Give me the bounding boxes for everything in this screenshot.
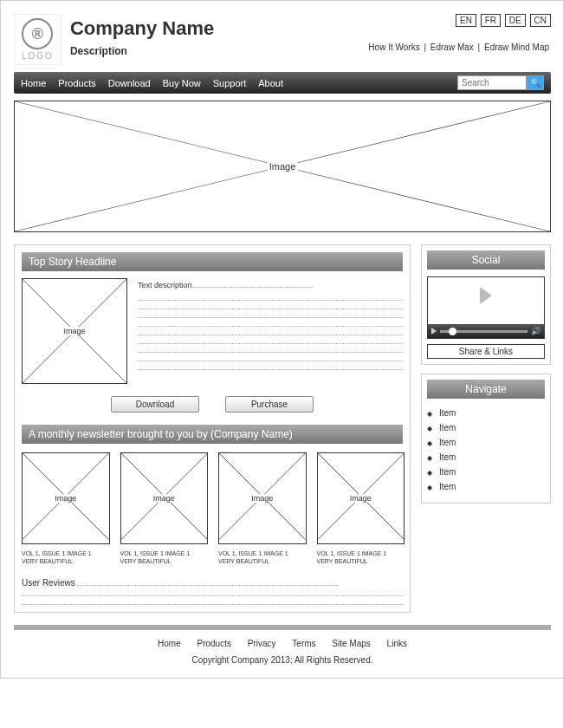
sublinks: How It Works | Edraw Max | Edraw Mind Ma… [366, 42, 551, 52]
page: ® LOGO Company Name Description EN FR DE… [0, 0, 563, 679]
sublink-how[interactable]: How It Works [368, 42, 419, 52]
social-box: Social 🔊 Share & Links [421, 244, 551, 365]
video-play-icon[interactable] [431, 328, 437, 335]
nav-products[interactable]: Products [58, 78, 95, 88]
navigate-title: Navigate [427, 380, 545, 399]
newsletter-row: Image VOL 1, ISSUE 1 IMAGE 1 VERY BEAUTI… [22, 452, 403, 565]
lang-de[interactable]: DE [505, 14, 526, 27]
main-column: Top Story Headline Image Text descriptio… [14, 244, 411, 613]
logo: ® LOGO [14, 14, 61, 65]
logo-label: LOGO [22, 51, 54, 61]
footer-products[interactable]: Products [197, 639, 231, 648]
social-title: Social [427, 250, 545, 270]
header-text: Company Name Description [70, 14, 358, 62]
navigate-item[interactable]: Item [427, 420, 545, 435]
navigate-item[interactable]: Item [427, 406, 545, 420]
story-thumb-label: Image [63, 327, 85, 335]
newsletter-caption: VOL 1, ISSUE 1 IMAGE 1 VERY BEAUTIFUL [218, 549, 305, 565]
newsletter-caption: VOL 1, ISSUE 1 IMAGE 1 VERY BEAUTIFUL [120, 549, 207, 565]
sublink-mindmap[interactable]: Edraw Mind Map [484, 42, 549, 52]
navigate-item[interactable]: Item [427, 450, 545, 465]
newsletter-item: Image VOL 1, ISSUE 1 IMAGE 1 VERY BEAUTI… [218, 452, 305, 565]
newsletter-thumb: Image [22, 452, 110, 544]
nav-support[interactable]: Support [213, 78, 247, 88]
volume-icon[interactable]: 🔊 [531, 327, 540, 335]
footer-home[interactable]: Home [158, 639, 181, 648]
side-column: Social 🔊 Share & Links Navigate Item Ite… [421, 244, 551, 613]
nav-download[interactable]: Download [108, 78, 151, 88]
top-story-bar: Top Story Headline [22, 252, 403, 271]
footer-links-link[interactable]: Links [387, 639, 407, 648]
footer-terms[interactable]: Terms [292, 639, 315, 648]
newsletter-caption: VOL 1, ISSUE 1 IMAGE 1 VERY BEAUTIFUL [317, 549, 404, 565]
story-text: Text description [138, 278, 403, 384]
newsletter-item: Image VOL 1, ISSUE 1 IMAGE 1 VERY BEAUTI… [120, 452, 207, 565]
play-icon[interactable] [480, 287, 492, 304]
navigate-item[interactable]: Item [427, 465, 545, 479]
newsletter-item: Image VOL 1, ISSUE 1 IMAGE 1 VERY BEAUTI… [22, 452, 108, 565]
search-box: 🔍 [457, 75, 544, 90]
story-row: Image Text description [22, 278, 403, 384]
newsletter-thumb: Image [218, 452, 307, 544]
lang-fr[interactable]: FR [481, 14, 501, 27]
lang-cn[interactable]: CN [530, 14, 551, 27]
nav-buy[interactable]: Buy Now [163, 78, 201, 88]
sublink-edraw-max[interactable]: Edraw Max [430, 42, 474, 52]
video-player[interactable]: 🔊 [427, 276, 545, 339]
story-thumb: Image [22, 278, 127, 384]
text-label: Text description [138, 281, 192, 289]
nav-about[interactable]: About [258, 78, 283, 88]
search-icon: 🔍 [530, 78, 540, 88]
video-controls: 🔊 [428, 324, 544, 338]
footer-sitemaps[interactable]: Site Maps [332, 639, 370, 648]
share-button[interactable]: Share & Links [427, 344, 545, 359]
columns: Top Story Headline Image Text descriptio… [14, 244, 551, 613]
download-button[interactable]: Download [111, 396, 199, 413]
header-right: EN FR DE CN How It Works | Edraw Max | E… [366, 14, 551, 52]
hero-label: Image [268, 161, 298, 172]
reviews-label: User Reviews [22, 578, 75, 588]
hero-image: Image [14, 101, 551, 232]
video-track[interactable] [440, 330, 527, 333]
navigate-item[interactable]: Item [427, 435, 545, 450]
video-knob[interactable] [449, 328, 456, 335]
search-button[interactable]: 🔍 [527, 75, 544, 90]
navigate-list: Item Item Item Item Item Item [427, 406, 545, 494]
footer-links: Home Products Privacy Terms Site Maps Li… [14, 639, 551, 648]
logo-icon: ® [22, 18, 53, 49]
company-name: Company Name [70, 17, 358, 40]
search-input[interactable] [457, 75, 527, 90]
footer-privacy[interactable]: Privacy [248, 639, 276, 648]
newsletter-thumb: Image [120, 452, 209, 544]
user-reviews: User Reviews [22, 577, 403, 605]
navbar: Home Products Download Buy Now Support A… [14, 72, 551, 94]
header: ® LOGO Company Name Description EN FR DE… [14, 14, 551, 65]
newsletter-item: Image VOL 1, ISSUE 1 IMAGE 1 VERY BEAUTI… [317, 452, 404, 565]
lang-en[interactable]: EN [456, 14, 476, 27]
footer-divider [14, 625, 551, 630]
copyright: Copyright Company 2013; All Rights Reser… [14, 655, 551, 665]
story-buttons: Download Purchase [22, 396, 403, 413]
lang-switcher: EN FR DE CN [366, 14, 551, 27]
description: Description [70, 45, 358, 57]
nav-home[interactable]: Home [21, 78, 46, 88]
navigate-box: Navigate Item Item Item Item Item Item [421, 374, 551, 504]
purchase-button[interactable]: Purchase [225, 396, 314, 413]
newsletter-bar: A monthly newsletter brought to you by (… [22, 425, 403, 444]
newsletter-caption: VOL 1, ISSUE 1 IMAGE 1 VERY BEAUTIFUL [22, 549, 108, 565]
navigate-item[interactable]: Item [427, 479, 545, 494]
newsletter-thumb: Image [317, 452, 405, 544]
